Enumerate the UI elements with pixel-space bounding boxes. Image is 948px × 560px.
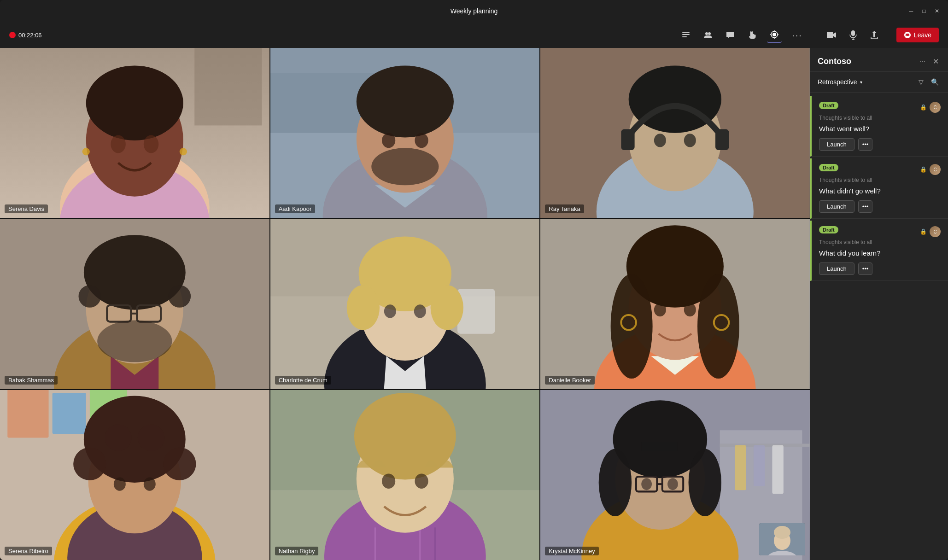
participant-video-5	[270, 219, 540, 389]
minimize-button[interactable]: ─	[907, 7, 915, 15]
svg-point-125	[642, 478, 652, 490]
video-cell-charlotte-de-crum: Charlotte de Crum	[270, 219, 540, 389]
meeting-toolbar: 00:22:06	[0, 22, 948, 48]
card-1-actions: Launch •••	[819, 138, 941, 151]
svg-point-91	[73, 447, 106, 480]
card-3-question: What did you learn?	[819, 249, 941, 257]
draft-badge-2: Draft	[819, 164, 838, 171]
panel-more-icon[interactable]: ···	[918, 56, 927, 68]
svg-point-107	[382, 473, 395, 488]
svg-point-75	[611, 274, 653, 379]
video-cell-krystal-mckinney: Krystal McKinney	[540, 390, 810, 560]
svg-rect-83	[7, 390, 48, 438]
apps-icon[interactable]	[767, 27, 782, 43]
svg-point-93	[105, 424, 131, 451]
toolbar-center-icons: ···	[679, 27, 805, 43]
people-icon[interactable]	[701, 28, 715, 42]
svg-rect-43	[715, 129, 729, 150]
svg-point-65	[346, 285, 379, 330]
search-icon[interactable]: 🔍	[929, 76, 941, 88]
svg-rect-113	[754, 445, 765, 486]
panel-close-icon[interactable]: ✕	[931, 55, 941, 68]
close-button[interactable]: ✕	[933, 7, 941, 15]
participant-video-1	[0, 48, 269, 218]
participant-label-4: Babak Shammas	[5, 376, 58, 385]
right-panel: Contoso ··· ✕ Retrospective ▾ ▽ 🔍	[810, 48, 948, 560]
card-2-top: Draft 🔒 C	[819, 164, 941, 175]
participant-label-6: Danielle Booker	[545, 376, 595, 385]
avatar-3: C	[930, 226, 941, 237]
question-card-3: Draft 🔒 C Thoughts visible to all What d…	[810, 221, 948, 281]
svg-point-44	[654, 134, 666, 147]
panel-subheader: Retrospective ▾ ▽ 🔍	[810, 72, 948, 93]
retrospective-dropdown[interactable]: Retrospective ▾	[818, 78, 862, 86]
panel-header: Contoso ··· ✕	[810, 48, 948, 72]
more-button-2[interactable]: •••	[858, 200, 873, 213]
panel-header-icons: ··· ✕	[918, 55, 941, 68]
card-1-question: What went well?	[819, 125, 941, 133]
chat-icon[interactable]	[723, 28, 737, 42]
svg-point-45	[684, 134, 696, 147]
card-2-right: 🔒 C	[920, 164, 941, 175]
share-icon[interactable]	[867, 28, 882, 42]
video-cell-aadi-kapoor: Aadi Kapoor	[270, 48, 540, 218]
svg-point-21	[86, 66, 183, 140]
card-1-subtitle: Thoughts visible to all	[819, 115, 941, 121]
media-controls	[824, 27, 882, 43]
svg-point-76	[697, 274, 739, 379]
recording-badge: 00:22:06	[9, 32, 42, 39]
more-actions-icon[interactable]: ···	[789, 27, 805, 43]
video-cell-ray-tanaka: Ray Tanaka	[540, 48, 810, 218]
svg-point-79	[654, 303, 666, 316]
card-1-top: Draft 🔒 C	[819, 102, 941, 113]
svg-rect-121	[642, 442, 678, 451]
mic-icon[interactable]	[847, 27, 860, 43]
participants-icon[interactable]	[679, 28, 693, 42]
launch-button-3[interactable]: Launch	[819, 262, 854, 275]
svg-point-22	[111, 135, 125, 153]
card-2-question: What didn't go well?	[819, 187, 941, 195]
svg-point-94	[138, 424, 164, 451]
participant-label-2: Aadi Kapoor	[275, 204, 316, 213]
avatar-2: C	[930, 164, 941, 175]
svg-rect-0	[682, 32, 690, 33]
participant-label-9: Krystal McKinney	[545, 547, 598, 555]
svg-point-92	[163, 447, 196, 480]
more-button-1[interactable]: •••	[858, 138, 873, 151]
launch-button-2[interactable]: Launch	[819, 200, 854, 213]
svg-point-68	[414, 305, 426, 318]
svg-point-67	[384, 305, 396, 318]
participant-video-3	[540, 48, 810, 218]
svg-rect-11	[851, 30, 855, 36]
svg-point-24	[82, 148, 90, 155]
svg-rect-1	[682, 34, 690, 35]
hand-icon[interactable]	[745, 28, 760, 42]
main-content: Serena Davis	[0, 48, 948, 560]
svg-point-53	[168, 285, 191, 308]
participant-video-7	[0, 390, 269, 560]
svg-point-4	[708, 32, 711, 35]
participant-label-7: Serena Ribeiro	[5, 547, 52, 555]
maximize-button[interactable]: □	[920, 7, 928, 15]
panel-content: Draft 🔒 C Thoughts visible to all What w…	[810, 93, 948, 560]
svg-point-119	[599, 449, 632, 516]
card-3-top: Draft 🔒 C	[819, 226, 941, 237]
svg-point-5	[772, 33, 776, 36]
camera-icon[interactable]	[824, 28, 839, 42]
filter-icon[interactable]: ▽	[917, 76, 925, 88]
more-button-3[interactable]: •••	[858, 262, 873, 275]
svg-point-23	[144, 135, 158, 153]
svg-point-120	[689, 449, 721, 516]
svg-point-52	[79, 285, 101, 308]
card-2-actions: Launch •••	[819, 200, 941, 213]
svg-point-96	[144, 477, 156, 490]
lock-icon-3: 🔒	[920, 228, 927, 235]
title-bar: Weekly planning ─ □ ✕	[0, 0, 948, 22]
leave-button[interactable]: Leave	[896, 28, 939, 42]
recording-time: 00:22:06	[18, 32, 42, 39]
app-window: Weekly planning ─ □ ✕ 00:22:06	[0, 0, 948, 560]
lock-icon-1: 🔒	[920, 104, 927, 111]
participant-label-3: Ray Tanaka	[545, 204, 584, 213]
launch-button-1[interactable]: Launch	[819, 138, 854, 151]
card-3-actions: Launch •••	[819, 262, 941, 275]
